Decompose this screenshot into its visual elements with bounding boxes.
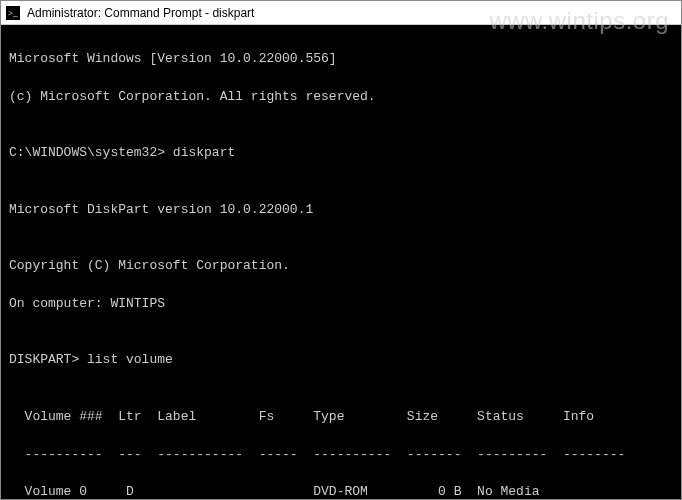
- terminal-output[interactable]: Microsoft Windows [Version 10.0.22000.55…: [1, 25, 681, 500]
- output-line: Copyright (C) Microsoft Corporation.: [9, 257, 673, 276]
- svg-text:>_: >_: [8, 8, 18, 18]
- window-titlebar[interactable]: >_ Administrator: Command Prompt - diskp…: [1, 1, 681, 25]
- output-line: On computer: WINTIPS: [9, 295, 673, 314]
- window-title: Administrator: Command Prompt - diskpart: [27, 6, 254, 20]
- table-row: Volume 0 D DVD-ROM 0 B No Media: [9, 483, 673, 500]
- output-line: (c) Microsoft Corporation. All rights re…: [9, 88, 673, 107]
- table-header: Volume ### Ltr Label Fs Type Size Status…: [9, 408, 673, 427]
- output-line: Microsoft DiskPart version 10.0.22000.1: [9, 201, 673, 220]
- prompt-line: DISKPART> list volume: [9, 351, 673, 370]
- command-text: list volume: [87, 352, 173, 367]
- diskpart-prompt: DISKPART>: [9, 352, 87, 367]
- output-line: C:\WINDOWS\system32> diskpart: [9, 144, 673, 163]
- table-separator: ---------- --- ----------- ----- -------…: [9, 446, 673, 465]
- cmd-icon: >_: [5, 5, 21, 21]
- output-line: Microsoft Windows [Version 10.0.22000.55…: [9, 50, 673, 69]
